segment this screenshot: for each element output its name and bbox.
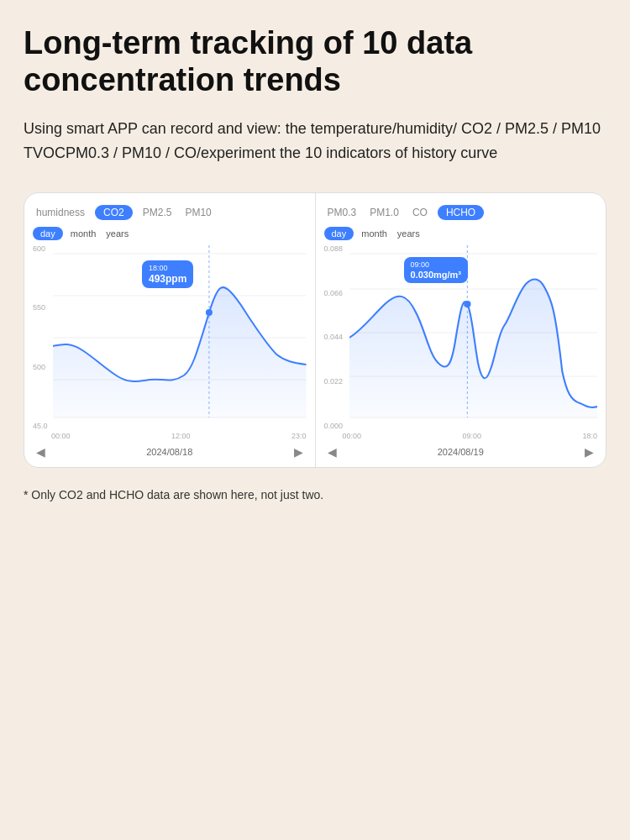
- right-y-label-066: 0.066: [324, 290, 349, 297]
- right-nav-next[interactable]: ▶: [585, 445, 594, 459]
- right-x-label-0: 00:00: [343, 432, 362, 440]
- left-x-label-12: 12:00: [171, 432, 191, 440]
- left-y-label-450: 45.0: [33, 423, 51, 430]
- right-y-label-022: 0.022: [324, 378, 349, 386]
- left-period-years[interactable]: years: [103, 228, 131, 239]
- right-chart-panel: PM0.3 PM1.0 CO HCHO day month years 0.08…: [316, 193, 606, 467]
- left-y-labels: 600 550 500 45.0: [33, 245, 51, 430]
- left-tab-pm10[interactable]: PM10: [181, 205, 214, 220]
- right-y-label-000: 0.000: [324, 423, 349, 430]
- left-period-month[interactable]: month: [68, 228, 99, 239]
- right-y-labels: 0.088 0.066 0.044 0.022 0.000: [324, 245, 349, 430]
- right-period-day[interactable]: day: [324, 227, 354, 240]
- left-y-label-500: 500: [33, 364, 51, 371]
- right-tab-hcho[interactable]: HCHO: [438, 205, 484, 220]
- charts-container: humidness CO2 PM2.5 PM10 day month years…: [24, 192, 606, 468]
- left-chart-panel: humidness CO2 PM2.5 PM10 day month years…: [24, 193, 316, 467]
- left-chart-area: 600 550 500 45.0: [33, 245, 307, 430]
- svg-point-6: [206, 309, 213, 316]
- right-chart-svg: [349, 245, 598, 422]
- left-nav-row: ◀ 2024/08/18 ▶: [33, 442, 307, 459]
- left-period-row: day month years: [33, 227, 307, 240]
- footnote: * Only CO2 and HCHO data are shown here,…: [24, 488, 606, 501]
- left-x-label-0: 00:00: [51, 432, 71, 440]
- right-period-years[interactable]: years: [395, 228, 423, 239]
- left-tab-humidness[interactable]: humidness: [33, 205, 88, 220]
- left-tab-co2[interactable]: CO2: [95, 205, 133, 220]
- right-y-label-044: 0.044: [324, 333, 349, 341]
- page-title: Long-term tracking of 10 data concentrat…: [24, 25, 606, 98]
- left-nav-date: 2024/08/18: [146, 447, 192, 457]
- left-y-label-600: 600: [33, 245, 51, 253]
- left-period-day[interactable]: day: [33, 227, 63, 240]
- right-tabs-row: PM0.3 PM1.0 CO HCHO: [324, 205, 598, 220]
- left-nav-prev[interactable]: ◀: [36, 445, 45, 459]
- right-chart-area: 0.088 0.066 0.044 0.022 0.000: [324, 245, 598, 430]
- right-nav-row: ◀ 2024/08/19 ▶: [324, 442, 598, 459]
- left-x-label-23: 23:0: [291, 432, 307, 440]
- right-x-label-9: 09:00: [462, 432, 481, 440]
- right-nav-date: 2024/08/19: [438, 447, 484, 457]
- right-y-label-088: 0.088: [324, 245, 349, 253]
- left-x-labels: 00:00 12:00 23:0: [33, 430, 307, 442]
- right-period-row: day month years: [324, 227, 598, 240]
- left-y-label-550: 550: [33, 304, 51, 312]
- left-tabs-row: humidness CO2 PM2.5 PM10: [33, 205, 307, 220]
- right-x-labels: 00:00 09:00 18:0: [324, 430, 598, 442]
- right-nav-prev[interactable]: ◀: [328, 445, 337, 459]
- right-tab-co[interactable]: CO: [409, 205, 431, 220]
- left-nav-next[interactable]: ▶: [294, 445, 303, 459]
- right-tab-pm03[interactable]: PM0.3: [324, 205, 360, 220]
- right-period-month[interactable]: month: [359, 228, 390, 239]
- right-x-label-18: 18:0: [582, 432, 597, 440]
- page-description: Using smart APP can record and view: the…: [24, 117, 606, 165]
- svg-point-13: [464, 301, 470, 307]
- left-tab-pm25[interactable]: PM2.5: [139, 205, 176, 220]
- right-tab-pm10[interactable]: PM1.0: [366, 205, 402, 220]
- left-chart-svg: [53, 245, 307, 422]
